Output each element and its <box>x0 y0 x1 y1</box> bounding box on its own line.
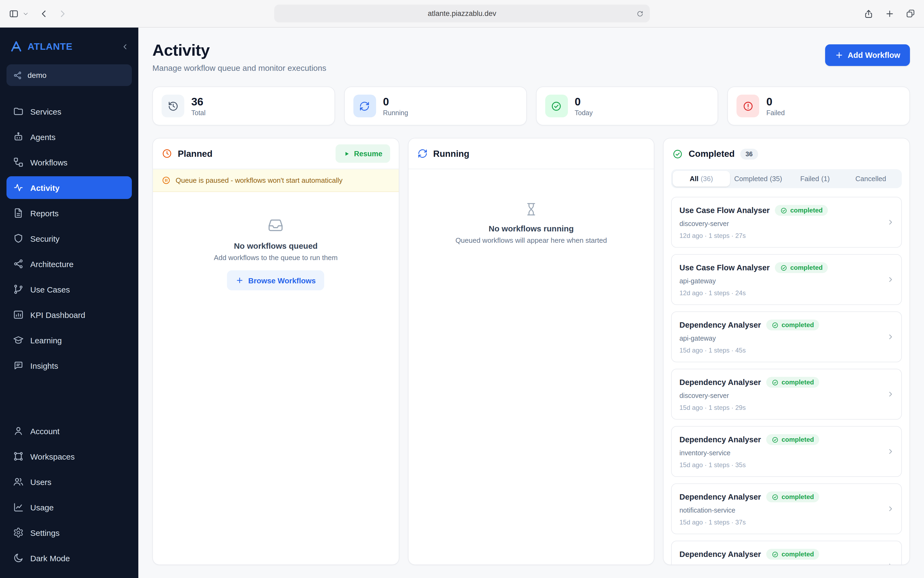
service-name: inventory-service <box>680 449 894 458</box>
sidebar-item-users[interactable]: Users <box>6 471 132 493</box>
sidebar-item-use-cases[interactable]: Use Cases <box>6 278 132 300</box>
sidebar-item-kpi-dashboard[interactable]: KPI Dashboard <box>6 303 132 326</box>
sidebar-item-learning[interactable]: Learning <box>6 329 132 351</box>
grid-nodes-icon <box>13 451 24 462</box>
status-badge: completed <box>775 262 828 273</box>
collapse-sidebar-icon[interactable] <box>120 42 130 51</box>
status-badge: completed <box>775 205 828 216</box>
browser-sidebar-icon[interactable] <box>9 8 19 19</box>
status-badge: completed <box>767 549 819 560</box>
browse-workflows-button[interactable]: Browse Workflows <box>227 270 324 291</box>
workflow-name: Dependency Analyser <box>680 493 761 501</box>
back-icon[interactable] <box>39 8 49 19</box>
sidebar-item-label: Settings <box>30 528 60 537</box>
tab-overview-icon[interactable] <box>906 9 915 18</box>
stat-label: Failed <box>767 109 785 117</box>
bot-icon <box>13 132 24 142</box>
chevron-right-icon <box>886 447 895 456</box>
play-icon <box>343 150 350 157</box>
sidebar-item-reports[interactable]: Reports <box>6 202 132 224</box>
new-tab-icon[interactable] <box>885 8 895 19</box>
sidebar-item-security[interactable]: Security <box>6 227 132 250</box>
service-name: discovery-server <box>680 392 894 400</box>
sidebar-item-workflows[interactable]: Workflows <box>6 151 132 174</box>
check-circle-icon <box>772 494 779 500</box>
sidebar-item-label: Account <box>30 426 60 435</box>
completed-run-card[interactable]: Dependency Analyser completed inventory-… <box>672 426 902 477</box>
run-meta: 12d ago · 1 steps · 24s <box>680 289 894 297</box>
graduation-cap-icon <box>13 335 24 346</box>
planned-title: Planned <box>178 148 212 159</box>
tab-cancelled[interactable]: Cancelled <box>843 171 900 187</box>
completed-run-card[interactable]: Use Case Flow Analyser completed api-gat… <box>672 254 902 305</box>
refresh-icon[interactable] <box>636 10 644 17</box>
completed-run-list: Use Case Flow Analyser completed discove… <box>664 197 909 565</box>
sidebar: ATLANTE demo Services Agents <box>0 28 138 578</box>
status-label: completed <box>782 378 814 386</box>
sidebar-item-services[interactable]: Services <box>6 100 132 123</box>
sidebar-item-architecture[interactable]: Architecture <box>6 253 132 275</box>
stats-row: 36 Total 0 Running 0 Today <box>152 86 910 125</box>
sidebar-item-settings[interactable]: Settings <box>6 521 132 544</box>
user-icon <box>13 425 24 436</box>
file-text-icon <box>13 208 24 218</box>
brand: ATLANTE <box>0 35 138 58</box>
sidebar-item-label: Architecture <box>30 259 73 268</box>
stat-value: 0 <box>574 96 593 107</box>
completed-panel: Completed 36 All (36) Completed (35) <box>663 138 910 565</box>
stat-label: Today <box>574 109 593 117</box>
line-chart-icon <box>13 502 24 513</box>
plus-icon <box>835 51 843 60</box>
sidebar-item-activity[interactable]: Activity <box>6 176 132 199</box>
chevron-right-icon <box>886 333 895 341</box>
tab-label: Cancelled <box>855 175 886 183</box>
moon-icon <box>13 553 24 563</box>
workspace-selector[interactable]: demo <box>6 64 132 86</box>
service-name: api-gateway <box>680 278 894 286</box>
sidebar-item-dark-mode[interactable]: Dark Mode <box>6 547 132 569</box>
stat-value: 0 <box>767 96 785 107</box>
url-text: atlante.piazzablu.dev <box>428 10 496 18</box>
gear-icon <box>13 527 24 538</box>
brand-name: ATLANTE <box>28 41 73 52</box>
check-circle-icon <box>780 264 788 271</box>
sidebar-item-label: Activity <box>30 183 60 192</box>
sidebar-item-insights[interactable]: Insights <box>6 354 132 377</box>
tab-count: (35) <box>770 175 782 183</box>
clock-icon <box>162 148 172 159</box>
url-bar[interactable]: atlante.piazzablu.dev <box>274 5 650 23</box>
check-circle-icon <box>545 95 568 117</box>
sidebar-item-label: KPI Dashboard <box>30 310 85 319</box>
sidebar-item-agents[interactable]: Agents <box>6 125 132 148</box>
workspace-nodes-icon <box>13 71 22 80</box>
tab-failed[interactable]: Failed (1) <box>786 171 843 187</box>
resume-button[interactable]: Resume <box>335 144 390 163</box>
tab-all[interactable]: All (36) <box>673 171 730 187</box>
forward-icon[interactable] <box>57 8 68 19</box>
completed-run-card[interactable]: Use Case Flow Analyser completed discove… <box>672 197 902 248</box>
tab-completed[interactable]: Completed (35) <box>730 171 786 187</box>
chart-square-icon <box>13 309 24 320</box>
sidebar-item-usage[interactable]: Usage <box>6 496 132 518</box>
chevron-down-icon[interactable] <box>23 11 29 16</box>
workspace-name: demo <box>28 71 47 80</box>
sidebar-item-label: Workspaces <box>30 452 75 461</box>
add-workflow-button[interactable]: Add Workflow <box>825 44 910 66</box>
users-icon <box>13 476 24 487</box>
tab-count: (1) <box>821 175 830 183</box>
completed-run-card[interactable]: Dependency Analyser completed discovery-… <box>672 369 902 420</box>
completed-run-card[interactable]: Dependency Analyser completed api-gatewa… <box>672 312 902 362</box>
git-branch-icon <box>13 284 24 295</box>
running-empty-title: No workflows running <box>489 224 574 233</box>
completed-run-card[interactable]: Dependency Analyser completed notificati… <box>672 483 902 534</box>
running-empty-subtitle: Queued workflows will appear here when s… <box>456 236 607 244</box>
workflow-name: Use Case Flow Analyser <box>680 263 770 272</box>
check-circle-icon <box>780 207 788 214</box>
share-icon[interactable] <box>864 8 874 19</box>
workflow-name: Dependency Analyser <box>680 378 761 386</box>
sidebar-item-workspaces[interactable]: Workspaces <box>6 445 132 468</box>
tab-count: (36) <box>701 175 713 183</box>
sidebar-item-account[interactable]: Account <box>6 420 132 442</box>
planned-empty-title: No workflows queued <box>234 241 318 250</box>
completed-run-card[interactable]: Dependency Analyser completed <box>672 541 902 565</box>
